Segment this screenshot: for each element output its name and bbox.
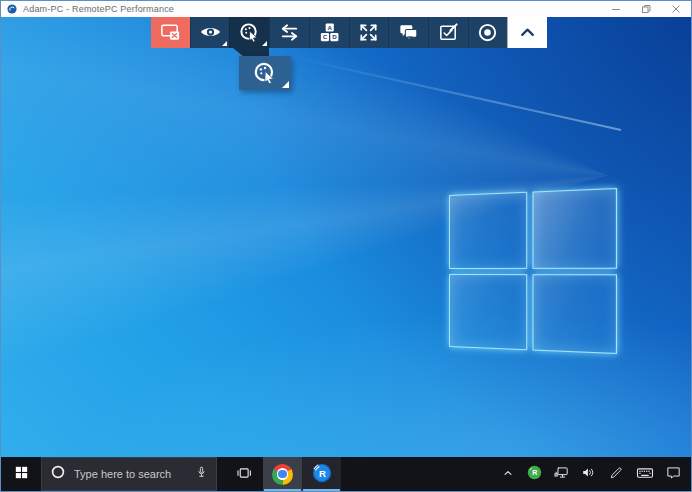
titlebar: Adam-PC - RemotePC Performance (1, 1, 691, 17)
session-toolbar: A C D (151, 17, 547, 48)
volume-tray-button[interactable] (577, 457, 600, 491)
chat-bubbles-icon (397, 21, 420, 44)
pen-icon (608, 465, 624, 484)
windows-start-icon (13, 464, 30, 484)
remote-viewer-window: Adam-PC - RemotePC Performance (0, 0, 692, 492)
dial-cursor-icon (238, 21, 261, 44)
chevron-up-icon (516, 21, 539, 44)
windows-logo-pane (532, 188, 617, 268)
monitor-x-icon (159, 21, 182, 44)
system-tray: R (496, 457, 685, 491)
expand-arrows-icon (357, 21, 380, 44)
network-tray-button[interactable] (550, 457, 573, 491)
chrome-taskbar-button[interactable] (263, 457, 302, 491)
control-mode-item[interactable] (252, 60, 278, 86)
minimize-button[interactable] (601, 1, 631, 17)
dropdown-indicator (222, 41, 227, 46)
svg-text:R: R (319, 467, 326, 478)
light-ray (289, 55, 621, 131)
svg-text:R: R (532, 469, 537, 477)
hidden-icons-button[interactable] (496, 457, 519, 491)
running-indicator (303, 489, 340, 491)
remotepc-taskbar-button[interactable]: R (302, 457, 341, 491)
collapse-toolbar-button[interactable] (507, 17, 547, 48)
record-session-button[interactable] (468, 17, 508, 48)
action-center-tray-button[interactable] (662, 457, 685, 491)
file-transfer-button[interactable] (269, 17, 309, 48)
keyboard-icon (635, 463, 655, 486)
window-title: Adam-PC - RemotePC Performance (23, 4, 174, 14)
windows-logo-wallpaper (449, 188, 617, 354)
window-controls (601, 1, 691, 17)
windows-logo-pane (449, 274, 527, 351)
svg-text:D: D (332, 33, 337, 40)
running-indicator (264, 489, 301, 491)
speaker-icon (580, 464, 597, 484)
control-dropdown-panel (239, 56, 291, 90)
dropdown-indicator (282, 81, 289, 88)
eye-icon (199, 21, 222, 44)
cortana-icon (49, 463, 67, 485)
abc-blocks-icon: A C D (318, 21, 341, 44)
dial-cursor-icon (252, 60, 278, 86)
svg-text:C: C (322, 33, 327, 40)
windows-logo-pane (449, 192, 527, 269)
chevron-up-icon (501, 466, 515, 483)
scale-display-button[interactable] (349, 17, 389, 48)
control-options-button[interactable] (229, 17, 269, 48)
close-button[interactable] (661, 1, 691, 17)
chat-button[interactable] (388, 17, 428, 48)
task-view-icon (235, 464, 253, 485)
whiteboard-check-icon (437, 21, 460, 44)
microphone-icon[interactable] (194, 465, 209, 484)
touch-keyboard-tray-button[interactable] (631, 457, 658, 491)
search-placeholder: Type here to search (74, 468, 187, 480)
keyboard-language-button[interactable]: A C D (309, 17, 349, 48)
disconnect-button[interactable] (151, 17, 190, 48)
chrome-icon (272, 464, 293, 485)
dropdown-indicator (262, 41, 267, 46)
windows-ink-tray-button[interactable] (604, 457, 627, 491)
action-center-icon (665, 464, 682, 484)
network-icon (553, 464, 570, 484)
remotepc-tray-icon: R (526, 464, 543, 484)
remotepc-tray-button[interactable]: R (523, 457, 546, 491)
search-input[interactable]: Type here to search (41, 457, 217, 491)
whiteboard-button[interactable] (428, 17, 468, 48)
remotepc-icon: R (311, 462, 333, 487)
view-options-button[interactable] (190, 17, 230, 48)
remotepc-app-icon (7, 4, 17, 14)
taskbar: Type here to search (1, 457, 691, 491)
start-button[interactable] (1, 457, 41, 491)
remote-desktop-viewport[interactable]: A C D (1, 17, 691, 457)
svg-text:A: A (327, 24, 332, 31)
task-view-button[interactable] (225, 457, 263, 491)
swap-arrows-icon (278, 21, 301, 44)
record-icon (476, 21, 499, 44)
restore-button[interactable] (631, 1, 661, 17)
windows-logo-pane (532, 274, 617, 354)
